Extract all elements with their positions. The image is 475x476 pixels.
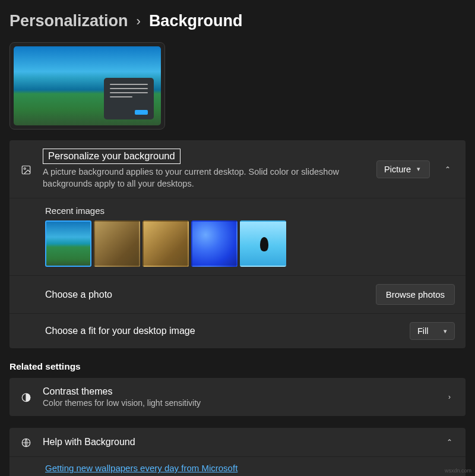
contrast-desc: Color themes for low vision, light sensi… bbox=[43, 398, 433, 408]
chevron-right-icon: › bbox=[444, 393, 455, 401]
browse-photos-button[interactable]: Browse photos bbox=[376, 284, 455, 305]
personalize-background-card: Personalize your background A picture ba… bbox=[10, 140, 466, 348]
fit-select[interactable]: Fill ▾ bbox=[410, 322, 455, 340]
globe-icon bbox=[20, 436, 32, 448]
desktop-preview-image bbox=[14, 46, 161, 125]
background-type-select[interactable]: Picture ▾ bbox=[376, 160, 430, 178]
picture-icon bbox=[20, 163, 32, 175]
desktop-preview bbox=[10, 42, 165, 130]
svg-point-1 bbox=[24, 168, 26, 169]
svg-rect-0 bbox=[22, 166, 30, 174]
chevron-down-icon: ▾ bbox=[417, 165, 420, 173]
chevron-down-icon: ▾ bbox=[444, 327, 447, 335]
recent-image-2[interactable] bbox=[94, 220, 140, 267]
help-title: Help with Background bbox=[43, 437, 433, 447]
contrast-themes-row[interactable]: Contrast themes Color themes for low vis… bbox=[10, 378, 466, 416]
breadcrumb-parent[interactable]: Personalization bbox=[10, 12, 128, 30]
recent-image-4[interactable] bbox=[191, 220, 238, 267]
recent-image-3[interactable] bbox=[142, 220, 189, 267]
recent-images-heading: Recent images bbox=[10, 198, 466, 216]
help-link-wallpapers[interactable]: Getting new wallpapers every day from Mi… bbox=[45, 463, 238, 473]
breadcrumb: Personalization › Background bbox=[10, 12, 466, 30]
recent-image-5[interactable] bbox=[240, 220, 286, 267]
watermark: wsxdn.com bbox=[445, 468, 471, 474]
fit-value: Fill bbox=[417, 326, 429, 336]
personalize-title: Personalize your background bbox=[43, 149, 180, 164]
background-type-value: Picture bbox=[384, 165, 411, 174]
recent-images-row bbox=[10, 220, 466, 275]
contrast-icon bbox=[20, 391, 32, 403]
collapse-expander[interactable]: ⌃ bbox=[444, 438, 455, 446]
choose-fit-label: Choose a fit for your desktop image bbox=[45, 326, 195, 336]
contrast-title: Contrast themes bbox=[43, 386, 433, 397]
breadcrumb-separator: › bbox=[137, 14, 141, 29]
collapse-expander[interactable]: ⌃ bbox=[441, 165, 455, 174]
breadcrumb-current: Background bbox=[149, 12, 243, 30]
recent-image-1[interactable] bbox=[45, 220, 91, 267]
choose-photo-label: Choose a photo bbox=[45, 289, 112, 300]
related-settings-heading: Related settings bbox=[10, 361, 466, 372]
personalize-description: A picture background applies to your cur… bbox=[43, 166, 366, 190]
preview-window-overlay bbox=[104, 78, 154, 119]
help-card: Help with Background ⌃ Getting new wallp… bbox=[10, 428, 466, 476]
